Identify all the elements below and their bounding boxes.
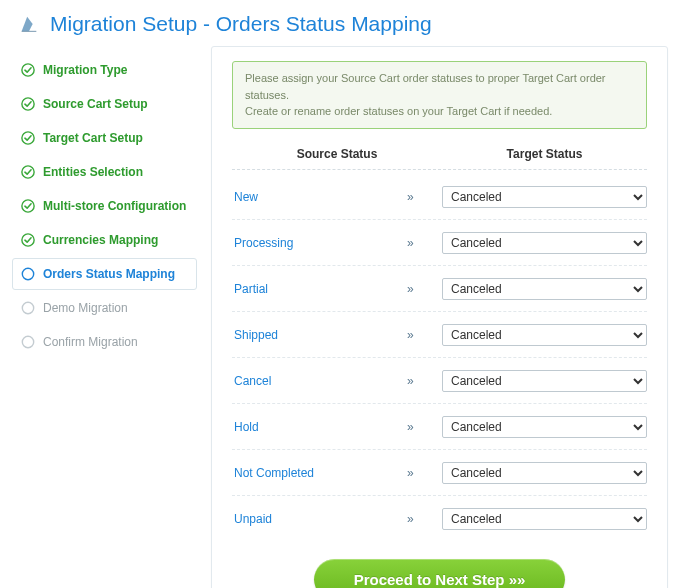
sidebar-step-label: Entities Selection (43, 165, 143, 179)
target-status-select[interactable]: Canceled (442, 370, 647, 392)
arrow-right-icon: » (407, 512, 442, 526)
sidebar-step-label: Migration Type (43, 63, 127, 77)
target-status-select[interactable]: Canceled (442, 186, 647, 208)
mapping-row: Shipped»Canceled (232, 312, 647, 358)
svg-point-7 (22, 302, 33, 313)
mapping-columns-header: Source Status Target Status (232, 143, 647, 170)
sidebar-step-label: Confirm Migration (43, 335, 138, 349)
column-header-source: Source Status (232, 147, 442, 161)
svg-point-6 (22, 268, 33, 279)
check-circle-icon (21, 63, 35, 77)
target-status-select[interactable]: Canceled (442, 462, 647, 484)
source-status-label: Not Completed (232, 466, 407, 480)
source-status-label: Shipped (232, 328, 407, 342)
steps-sidebar: Migration TypeSource Cart SetupTarget Ca… (12, 46, 197, 588)
sidebar-step[interactable]: Migration Type (12, 54, 197, 86)
sidebar-step-label: Orders Status Mapping (43, 267, 175, 281)
mapping-row: Processing»Canceled (232, 220, 647, 266)
mapping-row: Unpaid»Canceled (232, 496, 647, 541)
sidebar-step[interactable]: Orders Status Mapping (12, 258, 197, 290)
check-circle-icon (21, 233, 35, 247)
arrow-right-icon: » (407, 466, 442, 480)
source-status-label: Unpaid (232, 512, 407, 526)
circle-current-icon (21, 267, 35, 281)
sidebar-step-label: Demo Migration (43, 301, 128, 315)
column-header-target: Target Status (442, 147, 647, 161)
arrow-right-icon: » (407, 236, 442, 250)
check-circle-icon (21, 131, 35, 145)
svg-point-4 (22, 200, 34, 212)
info-notice: Please assign your Source Cart order sta… (232, 61, 647, 129)
page-header: Migration Setup - Orders Status Mapping (0, 0, 680, 46)
source-status-label: Partial (232, 282, 407, 296)
target-status-select[interactable]: Canceled (442, 416, 647, 438)
sidebar-step[interactable]: Demo Migration (12, 292, 197, 324)
svg-point-3 (22, 166, 34, 178)
source-status-label: Processing (232, 236, 407, 250)
sidebar-step-label: Source Cart Setup (43, 97, 148, 111)
mapping-row: Not Completed»Canceled (232, 450, 647, 496)
sidebar-step[interactable]: Target Cart Setup (12, 122, 197, 154)
svg-point-8 (22, 336, 33, 347)
svg-point-2 (22, 132, 34, 144)
info-notice-line: Please assign your Source Cart order sta… (245, 70, 634, 103)
mapping-row: Hold»Canceled (232, 404, 647, 450)
source-status-label: Cancel (232, 374, 407, 388)
check-circle-icon (21, 165, 35, 179)
sidebar-step-label: Currencies Mapping (43, 233, 158, 247)
arrow-right-icon: » (407, 328, 442, 342)
arrow-right-icon: » (407, 374, 442, 388)
mapping-row: Partial»Canceled (232, 266, 647, 312)
mapping-row: New»Canceled (232, 174, 647, 220)
sidebar-step-label: Multi-store Configuration (43, 199, 186, 213)
arrow-right-icon: » (407, 190, 442, 204)
sidebar-step[interactable]: Source Cart Setup (12, 88, 197, 120)
target-status-select[interactable]: Canceled (442, 508, 647, 530)
app-logo-icon (18, 13, 40, 35)
proceed-button[interactable]: Proceed to Next Step »» (314, 559, 566, 589)
sidebar-step[interactable]: Confirm Migration (12, 326, 197, 358)
source-status-label: Hold (232, 420, 407, 434)
sidebar-step[interactable]: Multi-store Configuration (12, 190, 197, 222)
circle-pending-icon (21, 301, 35, 315)
mapping-row: Cancel»Canceled (232, 358, 647, 404)
arrow-right-icon: » (407, 282, 442, 296)
target-status-select[interactable]: Canceled (442, 324, 647, 346)
main-panel: Please assign your Source Cart order sta… (211, 46, 668, 588)
sidebar-step-label: Target Cart Setup (43, 131, 143, 145)
svg-point-5 (22, 234, 34, 246)
check-circle-icon (21, 97, 35, 111)
circle-pending-icon (21, 335, 35, 349)
arrow-right-icon: » (407, 420, 442, 434)
source-status-label: New (232, 190, 407, 204)
sidebar-step[interactable]: Entities Selection (12, 156, 197, 188)
check-circle-icon (21, 199, 35, 213)
svg-point-0 (22, 64, 34, 76)
sidebar-step[interactable]: Currencies Mapping (12, 224, 197, 256)
target-status-select[interactable]: Canceled (442, 232, 647, 254)
page-title: Migration Setup - Orders Status Mapping (50, 12, 432, 36)
mapping-list: New»CanceledProcessing»CanceledPartial»C… (232, 174, 647, 541)
target-status-select[interactable]: Canceled (442, 278, 647, 300)
info-notice-line: Create or rename order statuses on your … (245, 103, 634, 120)
svg-point-1 (22, 98, 34, 110)
